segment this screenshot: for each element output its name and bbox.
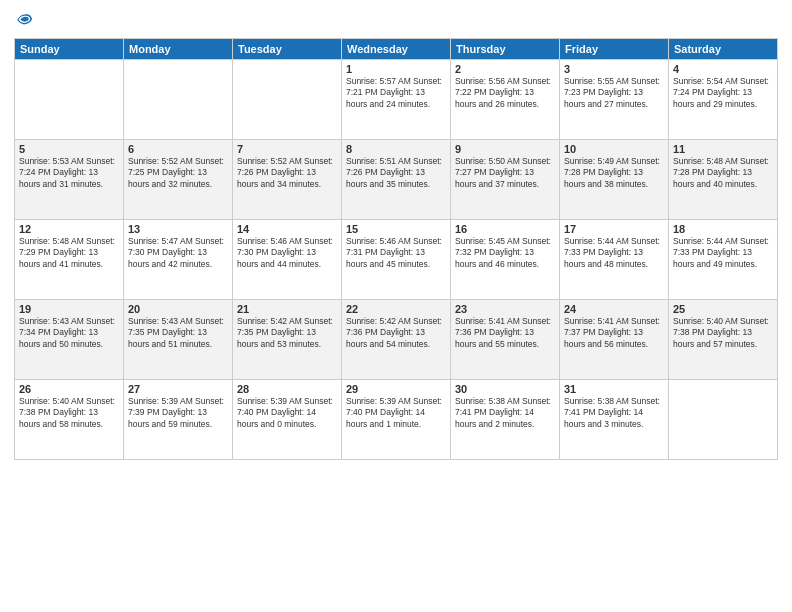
day-number: 29 bbox=[346, 383, 446, 395]
cell-info: Sunrise: 5:39 AM Sunset: 7:40 PM Dayligh… bbox=[346, 396, 446, 430]
cell-info: Sunrise: 5:57 AM Sunset: 7:21 PM Dayligh… bbox=[346, 76, 446, 110]
calendar-cell: 18Sunrise: 5:44 AM Sunset: 7:33 PM Dayli… bbox=[669, 220, 778, 300]
weekday-header-sunday: Sunday bbox=[15, 39, 124, 60]
weekday-header-tuesday: Tuesday bbox=[233, 39, 342, 60]
calendar-cell bbox=[233, 60, 342, 140]
day-number: 16 bbox=[455, 223, 555, 235]
calendar-cell: 20Sunrise: 5:43 AM Sunset: 7:35 PM Dayli… bbox=[124, 300, 233, 380]
weekday-header-saturday: Saturday bbox=[669, 39, 778, 60]
day-number: 20 bbox=[128, 303, 228, 315]
day-number: 10 bbox=[564, 143, 664, 155]
cell-info: Sunrise: 5:41 AM Sunset: 7:37 PM Dayligh… bbox=[564, 316, 664, 350]
day-number: 22 bbox=[346, 303, 446, 315]
cell-info: Sunrise: 5:39 AM Sunset: 7:39 PM Dayligh… bbox=[128, 396, 228, 430]
day-number: 19 bbox=[19, 303, 119, 315]
cell-info: Sunrise: 5:44 AM Sunset: 7:33 PM Dayligh… bbox=[564, 236, 664, 270]
cell-info: Sunrise: 5:42 AM Sunset: 7:36 PM Dayligh… bbox=[346, 316, 446, 350]
week-row-3: 19Sunrise: 5:43 AM Sunset: 7:34 PM Dayli… bbox=[15, 300, 778, 380]
calendar-cell: 6Sunrise: 5:52 AM Sunset: 7:25 PM Daylig… bbox=[124, 140, 233, 220]
week-row-2: 12Sunrise: 5:48 AM Sunset: 7:29 PM Dayli… bbox=[15, 220, 778, 300]
calendar-cell: 15Sunrise: 5:46 AM Sunset: 7:31 PM Dayli… bbox=[342, 220, 451, 300]
cell-info: Sunrise: 5:48 AM Sunset: 7:29 PM Dayligh… bbox=[19, 236, 119, 270]
weekday-header-monday: Monday bbox=[124, 39, 233, 60]
day-number: 26 bbox=[19, 383, 119, 395]
calendar-cell: 26Sunrise: 5:40 AM Sunset: 7:38 PM Dayli… bbox=[15, 380, 124, 460]
cell-info: Sunrise: 5:46 AM Sunset: 7:31 PM Dayligh… bbox=[346, 236, 446, 270]
calendar-cell: 14Sunrise: 5:46 AM Sunset: 7:30 PM Dayli… bbox=[233, 220, 342, 300]
calendar-cell: 5Sunrise: 5:53 AM Sunset: 7:24 PM Daylig… bbox=[15, 140, 124, 220]
day-number: 27 bbox=[128, 383, 228, 395]
calendar-cell: 29Sunrise: 5:39 AM Sunset: 7:40 PM Dayli… bbox=[342, 380, 451, 460]
day-number: 23 bbox=[455, 303, 555, 315]
calendar-cell: 16Sunrise: 5:45 AM Sunset: 7:32 PM Dayli… bbox=[451, 220, 560, 300]
cell-info: Sunrise: 5:44 AM Sunset: 7:33 PM Dayligh… bbox=[673, 236, 773, 270]
calendar-cell: 2Sunrise: 5:56 AM Sunset: 7:22 PM Daylig… bbox=[451, 60, 560, 140]
logo-icon bbox=[15, 10, 33, 28]
calendar-cell: 17Sunrise: 5:44 AM Sunset: 7:33 PM Dayli… bbox=[560, 220, 669, 300]
cell-info: Sunrise: 5:52 AM Sunset: 7:25 PM Dayligh… bbox=[128, 156, 228, 190]
calendar-cell: 19Sunrise: 5:43 AM Sunset: 7:34 PM Dayli… bbox=[15, 300, 124, 380]
cell-info: Sunrise: 5:53 AM Sunset: 7:24 PM Dayligh… bbox=[19, 156, 119, 190]
calendar-cell: 30Sunrise: 5:38 AM Sunset: 7:41 PM Dayli… bbox=[451, 380, 560, 460]
header bbox=[14, 10, 778, 32]
day-number: 17 bbox=[564, 223, 664, 235]
week-row-1: 5Sunrise: 5:53 AM Sunset: 7:24 PM Daylig… bbox=[15, 140, 778, 220]
calendar-cell: 13Sunrise: 5:47 AM Sunset: 7:30 PM Dayli… bbox=[124, 220, 233, 300]
calendar-cell: 31Sunrise: 5:38 AM Sunset: 7:41 PM Dayli… bbox=[560, 380, 669, 460]
weekday-header-thursday: Thursday bbox=[451, 39, 560, 60]
day-number: 9 bbox=[455, 143, 555, 155]
page: SundayMondayTuesdayWednesdayThursdayFrid… bbox=[0, 0, 792, 612]
day-number: 30 bbox=[455, 383, 555, 395]
calendar-cell: 21Sunrise: 5:42 AM Sunset: 7:35 PM Dayli… bbox=[233, 300, 342, 380]
day-number: 21 bbox=[237, 303, 337, 315]
cell-info: Sunrise: 5:39 AM Sunset: 7:40 PM Dayligh… bbox=[237, 396, 337, 430]
cell-info: Sunrise: 5:40 AM Sunset: 7:38 PM Dayligh… bbox=[19, 396, 119, 430]
day-number: 11 bbox=[673, 143, 773, 155]
calendar-cell bbox=[669, 380, 778, 460]
cell-info: Sunrise: 5:50 AM Sunset: 7:27 PM Dayligh… bbox=[455, 156, 555, 190]
cell-info: Sunrise: 5:38 AM Sunset: 7:41 PM Dayligh… bbox=[564, 396, 664, 430]
cell-info: Sunrise: 5:55 AM Sunset: 7:23 PM Dayligh… bbox=[564, 76, 664, 110]
cell-info: Sunrise: 5:51 AM Sunset: 7:26 PM Dayligh… bbox=[346, 156, 446, 190]
day-number: 25 bbox=[673, 303, 773, 315]
cell-info: Sunrise: 5:52 AM Sunset: 7:26 PM Dayligh… bbox=[237, 156, 337, 190]
weekday-row: SundayMondayTuesdayWednesdayThursdayFrid… bbox=[15, 39, 778, 60]
calendar-cell: 28Sunrise: 5:39 AM Sunset: 7:40 PM Dayli… bbox=[233, 380, 342, 460]
week-row-4: 26Sunrise: 5:40 AM Sunset: 7:38 PM Dayli… bbox=[15, 380, 778, 460]
calendar-cell: 1Sunrise: 5:57 AM Sunset: 7:21 PM Daylig… bbox=[342, 60, 451, 140]
day-number: 7 bbox=[237, 143, 337, 155]
cell-info: Sunrise: 5:43 AM Sunset: 7:35 PM Dayligh… bbox=[128, 316, 228, 350]
calendar-cell bbox=[124, 60, 233, 140]
week-row-0: 1Sunrise: 5:57 AM Sunset: 7:21 PM Daylig… bbox=[15, 60, 778, 140]
calendar-cell: 4Sunrise: 5:54 AM Sunset: 7:24 PM Daylig… bbox=[669, 60, 778, 140]
day-number: 4 bbox=[673, 63, 773, 75]
day-number: 14 bbox=[237, 223, 337, 235]
cell-info: Sunrise: 5:42 AM Sunset: 7:35 PM Dayligh… bbox=[237, 316, 337, 350]
calendar-cell bbox=[15, 60, 124, 140]
cell-info: Sunrise: 5:45 AM Sunset: 7:32 PM Dayligh… bbox=[455, 236, 555, 270]
cell-info: Sunrise: 5:43 AM Sunset: 7:34 PM Dayligh… bbox=[19, 316, 119, 350]
cell-info: Sunrise: 5:40 AM Sunset: 7:38 PM Dayligh… bbox=[673, 316, 773, 350]
calendar-cell: 25Sunrise: 5:40 AM Sunset: 7:38 PM Dayli… bbox=[669, 300, 778, 380]
logo bbox=[14, 10, 33, 32]
calendar-cell: 23Sunrise: 5:41 AM Sunset: 7:36 PM Dayli… bbox=[451, 300, 560, 380]
cell-info: Sunrise: 5:54 AM Sunset: 7:24 PM Dayligh… bbox=[673, 76, 773, 110]
cell-info: Sunrise: 5:48 AM Sunset: 7:28 PM Dayligh… bbox=[673, 156, 773, 190]
cell-info: Sunrise: 5:38 AM Sunset: 7:41 PM Dayligh… bbox=[455, 396, 555, 430]
day-number: 5 bbox=[19, 143, 119, 155]
calendar-cell: 12Sunrise: 5:48 AM Sunset: 7:29 PM Dayli… bbox=[15, 220, 124, 300]
cell-info: Sunrise: 5:49 AM Sunset: 7:28 PM Dayligh… bbox=[564, 156, 664, 190]
day-number: 28 bbox=[237, 383, 337, 395]
calendar-cell: 7Sunrise: 5:52 AM Sunset: 7:26 PM Daylig… bbox=[233, 140, 342, 220]
cell-info: Sunrise: 5:56 AM Sunset: 7:22 PM Dayligh… bbox=[455, 76, 555, 110]
day-number: 1 bbox=[346, 63, 446, 75]
calendar-body: 1Sunrise: 5:57 AM Sunset: 7:21 PM Daylig… bbox=[15, 60, 778, 460]
calendar-cell: 27Sunrise: 5:39 AM Sunset: 7:39 PM Dayli… bbox=[124, 380, 233, 460]
cell-info: Sunrise: 5:41 AM Sunset: 7:36 PM Dayligh… bbox=[455, 316, 555, 350]
day-number: 2 bbox=[455, 63, 555, 75]
calendar-cell: 9Sunrise: 5:50 AM Sunset: 7:27 PM Daylig… bbox=[451, 140, 560, 220]
calendar-table: SundayMondayTuesdayWednesdayThursdayFrid… bbox=[14, 38, 778, 460]
weekday-header-friday: Friday bbox=[560, 39, 669, 60]
calendar-header: SundayMondayTuesdayWednesdayThursdayFrid… bbox=[15, 39, 778, 60]
day-number: 13 bbox=[128, 223, 228, 235]
